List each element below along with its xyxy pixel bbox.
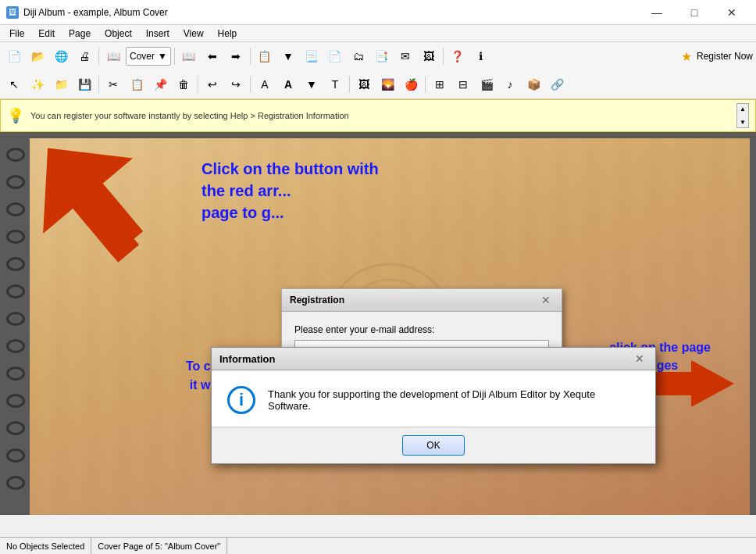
cover-dropdown[interactable]: Cover ▼: [126, 47, 171, 66]
toolbar-open-btn[interactable]: 📂: [27, 45, 48, 67]
scroll-up-icon: ▲: [740, 105, 746, 113]
toolbar-nav-left[interactable]: ⬅: [201, 45, 223, 67]
toolbar-row-1: 📄 📂 🌐 🖨 📖 Cover ▼ 📖 ⬅ ➡ 📋 ▼ 📃 📄 🗂 📑 ✉ 🖼 …: [0, 42, 756, 70]
canvas-wrapper: anxz.com 图片水印: [0, 132, 756, 515]
menu-edit[interactable]: Edit: [32, 27, 61, 41]
info-dialog-title-text: Information: [219, 353, 276, 365]
window-title: Diji Album - example, Album Cover: [23, 7, 168, 18]
toolbar-page5[interactable]: 📑: [371, 45, 393, 67]
info-dialog-title-bar: Information ✕: [212, 348, 655, 370]
sep-5: [98, 76, 99, 93]
reg-dialog-email-label: Please enter your e-mail address:: [294, 324, 549, 335]
toolbar-page4[interactable]: 🗂: [348, 45, 369, 67]
sep-3: [250, 48, 251, 65]
tb2-cut[interactable]: ✂: [102, 73, 124, 95]
tb2-text-b[interactable]: A: [277, 73, 299, 95]
tb2-text-t[interactable]: T: [324, 73, 346, 95]
tb2-text-drop[interactable]: ▼: [301, 73, 323, 95]
reg-dialog-close[interactable]: ✕: [538, 294, 554, 306]
toolbar-page1[interactable]: 📋: [254, 45, 276, 67]
tb2-delete[interactable]: 🗑: [173, 73, 194, 95]
sep-4: [443, 48, 444, 65]
tb2-undo[interactable]: ↩: [201, 73, 223, 95]
cover-dropdown-label: Cover: [130, 51, 155, 62]
reg-dialog-title-text: Registration: [290, 295, 344, 306]
toolbar-info[interactable]: ℹ: [470, 45, 492, 67]
toolbar-nav-book[interactable]: 📖: [178, 45, 200, 67]
tb2-img3[interactable]: 🍎: [400, 73, 422, 95]
toolbar-container: 📄 📂 🌐 🖨 📖 Cover ▼ 📖 ⬅ ➡ 📋 ▼ 📃 📄 🗂 📑 ✉ 🖼 …: [0, 42, 756, 99]
tb2-paste[interactable]: 📌: [149, 73, 171, 95]
register-star-icon: ★: [681, 49, 692, 64]
sep-8: [349, 76, 350, 93]
status-right: Cover Page of 5: "Album Cover": [91, 538, 227, 554]
toolbar-row-2: ↖ ✨ 📁 💾 ✂ 📋 📌 🗑 ↩ ↪ A A ▼ T 🖼 🌄 🍎 ⊞ ⊟ 🎬 …: [0, 70, 756, 98]
tb2-save[interactable]: 💾: [73, 73, 95, 95]
toolbar-web-btn[interactable]: 🌐: [50, 45, 72, 67]
info-dialog-footer: OK: [212, 427, 655, 463]
tb2-new[interactable]: ✨: [27, 73, 48, 95]
menu-bar: File Edit Page Object Insert View Help: [0, 25, 756, 42]
toolbar-new-btn[interactable]: 📄: [3, 45, 25, 67]
menu-help[interactable]: Help: [212, 27, 244, 41]
tb2-text-a[interactable]: A: [254, 73, 276, 95]
toolbar-help[interactable]: ❓: [447, 45, 469, 67]
sep-2: [174, 48, 175, 65]
info-bar-scroll[interactable]: ▲ ▼: [736, 103, 749, 128]
info-bar-text: You can register your software instantly…: [30, 111, 730, 120]
sep-7: [250, 76, 251, 93]
title-bar: 🖼 Diji Album - example, Album Cover — □ …: [0, 0, 756, 25]
tb2-copy[interactable]: 📋: [126, 73, 148, 95]
menu-insert[interactable]: Insert: [140, 27, 176, 41]
info-dialog-close[interactable]: ✕: [632, 352, 647, 365]
register-area[interactable]: ★ Register Now: [681, 49, 753, 64]
toolbar-email[interactable]: ✉: [394, 45, 416, 67]
tb2-grid[interactable]: ⊞: [429, 73, 451, 95]
info-dialog-message: Thank you for supporting the development…: [268, 388, 640, 412]
register-label[interactable]: Register Now: [697, 51, 753, 62]
dialog-overlay: Registration ✕ Please enter your e-mail …: [0, 132, 756, 515]
info-dialog-body: i Thank you for supporting the developme…: [212, 370, 655, 427]
cover-dropdown-arrow: ▼: [158, 51, 167, 62]
sep-9: [425, 76, 426, 93]
status-bar: No Objects Selected Cover Page of 5: "Al…: [0, 537, 756, 554]
sep-1: [98, 48, 99, 65]
status-left: No Objects Selected: [0, 538, 91, 554]
menu-file[interactable]: File: [3, 27, 30, 41]
tb2-open2[interactable]: 📁: [50, 73, 72, 95]
status-objects-text: No Objects Selected: [6, 541, 84, 551]
menu-object[interactable]: Object: [98, 27, 138, 41]
close-button[interactable]: ✕: [714, 0, 750, 25]
info-bar-bulb-icon: 💡: [7, 107, 24, 124]
toolbar-page-drop[interactable]: ▼: [277, 45, 299, 67]
reg-dialog-title-bar: Registration ✕: [282, 289, 562, 312]
toolbar-book-btn[interactable]: 📖: [102, 45, 124, 67]
tb2-link[interactable]: 🔗: [546, 73, 568, 95]
toolbar-photo[interactable]: 🖼: [418, 45, 440, 67]
tb2-box[interactable]: 📦: [522, 73, 544, 95]
tb2-img[interactable]: 🖼: [353, 73, 375, 95]
toolbar-print-btn[interactable]: 🖨: [73, 45, 95, 67]
scroll-down-icon: ▼: [740, 119, 746, 126]
info-ok-button[interactable]: OK: [402, 435, 465, 456]
menu-page[interactable]: Page: [62, 27, 97, 41]
toolbar-page3[interactable]: 📄: [324, 45, 346, 67]
window-controls: — □ ✕: [639, 0, 750, 25]
maximize-button[interactable]: □: [676, 0, 712, 25]
tb2-img2[interactable]: 🌄: [376, 73, 398, 95]
app-icon: 🖼: [6, 6, 19, 19]
menu-view[interactable]: View: [177, 27, 210, 41]
tb2-grid2[interactable]: ⊟: [452, 73, 474, 95]
status-page-text: Cover Page of 5: "Album Cover": [98, 541, 220, 551]
tb2-cursor[interactable]: ↖: [3, 73, 25, 95]
sep-6: [198, 76, 198, 93]
minimize-button[interactable]: —: [639, 0, 675, 25]
toolbar-page2[interactable]: 📃: [301, 45, 323, 67]
toolbar-nav-right[interactable]: ➡: [225, 45, 247, 67]
tb2-redo[interactable]: ↪: [225, 73, 247, 95]
tb2-video[interactable]: 🎬: [476, 73, 497, 95]
info-dialog: Information ✕ i Thank you for supporting…: [211, 347, 656, 464]
info-bar: 💡 You can register your software instant…: [0, 99, 756, 132]
info-dialog-icon: i: [227, 386, 255, 414]
tb2-music[interactable]: ♪: [499, 73, 521, 95]
